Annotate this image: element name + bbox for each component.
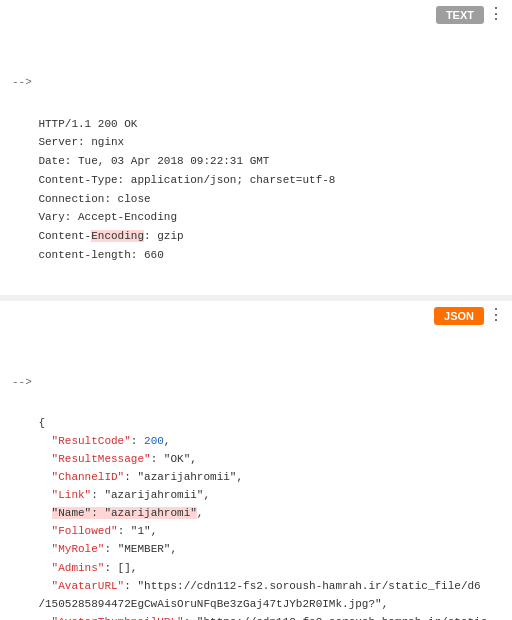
json-panel-toolbar: JSON ⋮: [426, 301, 512, 331]
http-panel-toolbar: TEXT ⋮: [428, 0, 512, 30]
http-panel-content: --> HTTP/1.1 200 OK Server: nginx Date: …: [0, 0, 512, 295]
http-server: Server: nginx: [38, 136, 124, 148]
json-followed: "Followed": "1",: [38, 525, 157, 537]
http-connection: Connection: close: [38, 193, 150, 205]
json-name: "Name": "azarijahromi",: [38, 507, 203, 519]
json-my-role: "MyRole": "MEMBER",: [38, 543, 177, 555]
http-response-panel: TEXT ⋮ --> HTTP/1.1 200 OK Server: nginx…: [0, 0, 512, 295]
json-avatar-url-cont: /1505285894472EgCwAisOruNFqBe3zGaj47tJYb…: [38, 598, 388, 610]
http-content-type: Content-Type: application/json; charset=…: [38, 174, 335, 186]
http-status-line: HTTP/1.1 200 OK: [38, 118, 137, 130]
http-date: Date: Tue, 03 Apr 2018 09:22:31 GMT: [38, 155, 269, 167]
json-open-brace: {: [38, 417, 45, 429]
http-vary: Vary: Accept-Encoding: [38, 211, 177, 223]
http-content-length: content-length: 660: [38, 249, 163, 261]
json-result-message: "ResultMessage": "OK",: [38, 453, 196, 465]
json-arrow-label: -->: [12, 373, 500, 391]
http-content-encoding: Content-Encoding: gzip: [38, 230, 183, 242]
json-avatar-thumb-url: "AvatarThumbnailURL": "https://cdn112-fs…: [12, 616, 494, 620]
json-response-panel: JSON ⋮ --> { "ResultCode": 200, "ResultM…: [0, 301, 512, 620]
json-panel-content: --> { "ResultCode": 200, "ResultMessage"…: [0, 301, 512, 620]
json-link: "Link": "azarijahromii",: [38, 489, 210, 501]
json-channel-id: "ChannelID": "azarijahromii",: [38, 471, 243, 483]
arrow-label: -->: [12, 73, 500, 92]
json-result-code: "ResultCode": 200,: [38, 435, 170, 447]
text-badge: TEXT: [436, 6, 484, 24]
json-avatar-url: "AvatarURL": "https://cdn112-fs2.soroush…: [38, 580, 480, 592]
more-options-icon-json[interactable]: ⋮: [488, 308, 504, 324]
json-badge: JSON: [434, 307, 484, 325]
json-admins: "Admins": [],: [38, 562, 137, 574]
more-options-icon[interactable]: ⋮: [488, 7, 504, 23]
